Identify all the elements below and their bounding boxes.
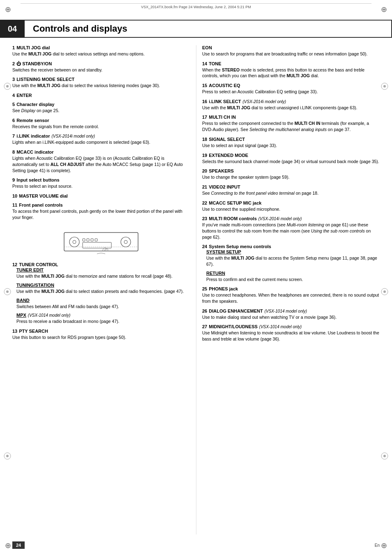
section-eon: EON Use to search for programs that are …: [202, 45, 380, 57]
section-22: 22 MCACC SETUP MIC jack Use to connect t…: [202, 200, 380, 212]
svg-rect-17: [91, 239, 93, 241]
svg-rect-19: [83, 242, 111, 248]
section-26-title: DIALOG ENHANCEMENT: [209, 309, 263, 313]
section-3-body: Use with the MULTI JOG dial to select th…: [12, 83, 190, 89]
section-26-body: Use to make dialog stand out when watchi…: [202, 314, 380, 320]
section-eon-title: EON: [202, 45, 212, 50]
section-6-number: 6: [12, 118, 15, 123]
section-19: 19 EXTENDED MODE Selects the surround ba…: [202, 153, 380, 165]
section-22-number: 22: [202, 200, 207, 205]
section-7-title: i.LINK indicator: [16, 134, 50, 138]
footer-lang: En: [375, 543, 380, 548]
section-8-number: 8: [12, 150, 15, 154]
section-12-number: 12: [12, 262, 17, 267]
section-23-body: If you've made multi-room connections (s…: [202, 222, 380, 240]
section-20: 20 SPEAKERS Use to change the speaker sy…: [202, 168, 380, 180]
section-12-sub-tuning: TUNING/STATION Use with the MULTI JOG di…: [16, 283, 190, 295]
section-16: 16 i.LINK SELECT (VSX-2014i model only) …: [202, 99, 380, 111]
svg-point-21: [124, 240, 127, 244]
section-3-title: LISTENING MODE SELECT: [16, 77, 74, 82]
section-17-number: 17: [202, 115, 207, 120]
section-12-title: TUNER CONTROL: [19, 262, 58, 267]
section-11-number: 11: [12, 203, 17, 207]
section-13-title: PTY SEARCH: [19, 329, 48, 334]
section-12-sub-tuner-edit: TUNER EDIT Use with the MULTI JOG dial t…: [16, 267, 190, 279]
svg-point-7: [383, 290, 386, 293]
section-25: 25 PHONES jack Use to connect headphones…: [202, 286, 380, 304]
page-number: 24: [12, 541, 25, 549]
section-eon-body: Use to search for programs that are broa…: [202, 51, 380, 57]
section-19-number: 19: [202, 153, 207, 158]
section-6-title: Remote sensor: [16, 118, 49, 123]
side-deco-left-bot: [3, 452, 12, 461]
section-11-body: To access the front panel controls, push…: [12, 208, 190, 220]
section-11-title: Front panel controls: [19, 203, 62, 207]
section-13-number: 13: [12, 329, 17, 334]
device-image-area: [12, 224, 190, 258]
file-info: VSX_2014TX.book.fm Page 24 Wednesday, Ju…: [21, 3, 371, 9]
section-21-title: VIDEO2 INPUT: [209, 184, 240, 189]
section-15: 15 ACOUSTIC EQ Press to select an Acoust…: [202, 83, 380, 95]
chapter-number: 04: [0, 20, 25, 38]
side-deco-right-top: [380, 82, 389, 91]
sub-title-return: RETURN: [206, 271, 380, 276]
section-25-body: Use to connect headphones. When the head…: [202, 292, 380, 304]
section-23-note: (VSX-2014i model only): [258, 216, 302, 221]
section-3: 3 LISTENING MODE SELECT Use with the MUL…: [12, 77, 190, 89]
section-4-title: ENTER: [16, 93, 32, 98]
sub-body-tuning: Use with the MULTI JOG dial to select st…: [16, 288, 190, 295]
section-18: 18 SIGNAL SELECT Use to select an input …: [202, 137, 380, 149]
section-6: 6 Remote sensor Receives the signals fro…: [12, 118, 190, 130]
section-26-number: 26: [202, 309, 207, 313]
section-24-number: 24: [202, 244, 207, 249]
section-15-title: ACOUSTIC EQ: [209, 83, 240, 88]
sub-title-tuner-edit: TUNER EDIT: [16, 267, 190, 272]
section-17: 17 MULTI CH IN Press to select the compo…: [202, 115, 380, 132]
section-1-body: Use the MULTI JOG dial to select various…: [12, 51, 190, 57]
section-14-title: TONE: [209, 61, 221, 66]
sub-title-band: BAND: [16, 298, 190, 303]
sub-title-mpx: MPX: [16, 313, 26, 318]
svg-rect-16: [87, 239, 89, 241]
section-22-title: MCACC SETUP MIC jack: [209, 200, 261, 205]
section-12-sub-mpx: MPX (VSX-1014 model only) Press to recei…: [16, 313, 190, 325]
section-8-title: MCACC indicator: [16, 150, 53, 154]
device-svg: [60, 224, 142, 257]
section-26: 26 DIALOG ENHANCEMENT (VSX-1014 model on…: [202, 309, 380, 320]
section-15-body: Press to select an Acoustic Calibration …: [202, 89, 380, 95]
section-2-number: 2: [12, 61, 15, 66]
svg-point-5: [6, 290, 9, 293]
section-27: 27 MIDNIGHT/LOUDNESS (VSX-1014 model onl…: [202, 324, 380, 342]
section-10-title: MASTER VOLUME dial: [19, 193, 68, 198]
section-27-title: MIDNIGHT/LOUDNESS: [209, 324, 258, 329]
sub-note-mpx: (VSX-1014 model only): [28, 313, 70, 318]
svg-point-13: [69, 237, 79, 247]
section-14-body: When the STEREO mode is selected, press …: [202, 67, 380, 79]
section-5-body: See Display on page 25.: [12, 108, 190, 114]
sub-title-tuning: TUNING/STATION: [16, 283, 190, 288]
side-deco-left-mid: [3, 288, 12, 297]
section-14: 14 TONE When the STEREO mode is selected…: [202, 61, 380, 79]
sub-body-system-setup: Use with the MULTI JOG dial to access th…: [206, 255, 380, 267]
sub-body-mpx: Press to receive a radio broadcast in mo…: [16, 318, 190, 325]
section-21: 21 VIDEO2 INPUT See Connecting to the fr…: [202, 184, 380, 196]
right-column: EON Use to search for programs that are …: [202, 45, 380, 534]
section-16-body: Use with the MULTI JOG dial to select un…: [202, 105, 380, 111]
section-17-title: MULTI CH IN: [209, 115, 236, 120]
section-11: 11 Front panel controls To access the fr…: [12, 203, 190, 220]
section-14-number: 14: [202, 61, 207, 66]
section-10-number: 10: [12, 193, 17, 198]
chapter-header: 04 Controls and displays: [0, 20, 392, 38]
section-15-number: 15: [202, 83, 207, 88]
section-9: 9 Input select buttons Press to select a…: [12, 177, 190, 189]
svg-point-14: [73, 240, 76, 244]
sub-body-tuner-edit: Use with the MULTI JOG dial to memorize …: [16, 273, 190, 279]
section-3-number: 3: [12, 77, 15, 82]
svg-point-20: [121, 237, 131, 247]
section-16-number: 16: [202, 99, 207, 104]
section-5-number: 5: [12, 102, 15, 107]
left-column: 1 MULTI JOG dial Use the MULTI JOG dial …: [12, 45, 190, 534]
section-27-number: 27: [202, 324, 207, 329]
corner-mark-tl: ⊕: [5, 5, 11, 14]
side-deco-right-bot: [380, 452, 389, 461]
